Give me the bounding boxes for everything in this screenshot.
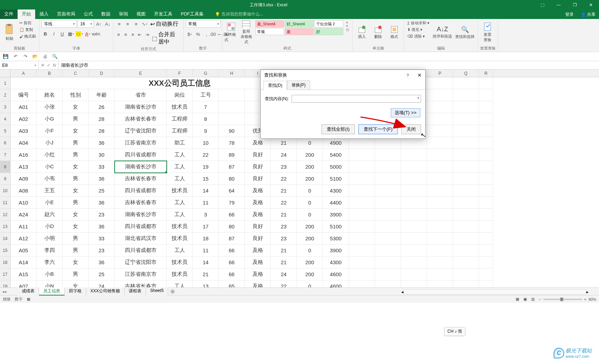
cell[interactable] <box>427 89 453 101</box>
data-cell[interactable]: 14 <box>193 256 219 268</box>
cell[interactable] <box>349 256 375 268</box>
data-cell[interactable]: 吉林省长春市 <box>115 113 167 125</box>
data-cell[interactable]: 21 <box>271 137 297 149</box>
select-all-corner[interactable] <box>0 70 10 77</box>
data-cell[interactable]: 200 <box>297 256 323 268</box>
cell[interactable] <box>375 197 401 209</box>
data-cell[interactable]: 工人 <box>167 245 193 256</box>
col-header-A[interactable]: A <box>11 70 37 77</box>
header-cell[interactable]: 岗位 <box>167 89 193 101</box>
data-cell[interactable]: 李四 <box>37 245 63 256</box>
sheet-tab[interactable]: 课程表 <box>125 287 146 295</box>
data-cell[interactable]: 小明 <box>37 233 63 245</box>
data-cell[interactable]: 吉林省长春市 <box>115 173 167 185</box>
dialog-close-btn[interactable]: 关闭 <box>401 124 421 134</box>
data-cell[interactable]: 0 <box>297 209 323 221</box>
horizontal-scrollbar[interactable]: ◂▸ <box>401 290 588 294</box>
tab-view[interactable]: 视图 <box>132 9 150 19</box>
data-cell[interactable]: 18 <box>193 233 219 245</box>
data-cell[interactable]: 小B <box>37 268 63 280</box>
tab-pdf[interactable]: PDF工具集 <box>177 9 208 19</box>
cell[interactable] <box>401 256 427 268</box>
dialog-help-button[interactable]: ? <box>404 73 411 78</box>
cell[interactable] <box>375 280 401 287</box>
data-cell[interactable]: 25 <box>89 268 115 280</box>
data-cell[interactable]: 28 <box>89 113 115 125</box>
cell[interactable] <box>401 173 427 185</box>
cell[interactable] <box>453 197 479 209</box>
data-cell[interactable]: 64 <box>219 185 245 197</box>
cell[interactable] <box>479 268 493 280</box>
data-cell[interactable]: 辽宁省沈阳市 <box>115 256 167 268</box>
cell[interactable] <box>479 137 493 149</box>
find-what-input[interactable] <box>292 95 421 103</box>
indent-dec-button[interactable]: ⇤ <box>137 31 143 38</box>
data-cell[interactable]: 11 <box>193 197 219 209</box>
header-cell[interactable]: 编号 <box>11 89 37 101</box>
data-cell[interactable]: 女 <box>63 125 89 137</box>
data-cell[interactable]: 87 <box>219 233 245 245</box>
data-cell[interactable]: 36 <box>89 256 115 268</box>
data-cell[interactable]: 22 <box>271 173 297 185</box>
phonetic-button[interactable]: wén <box>92 30 100 38</box>
cell[interactable] <box>479 149 493 161</box>
data-cell[interactable]: 及格 <box>245 280 271 287</box>
cell[interactable] <box>453 125 479 137</box>
row-header-1[interactable]: 1 <box>0 77 10 89</box>
insert-cell-button[interactable]: 插入 <box>355 20 369 45</box>
data-cell[interactable]: 5100 <box>323 173 349 185</box>
underline-button[interactable]: U <box>58 30 66 38</box>
data-cell[interactable]: 小张 <box>37 101 63 113</box>
find-all-button[interactable]: 查找全部(I) <box>321 124 355 134</box>
cell[interactable] <box>479 89 493 101</box>
cell[interactable] <box>453 137 479 149</box>
font-color-button[interactable]: A <box>84 30 91 38</box>
data-cell[interactable]: 吉林省长春市 <box>115 197 167 209</box>
cell[interactable] <box>427 280 453 287</box>
sort-filter-button[interactable]: A↓Z排序和筛选 <box>432 20 453 45</box>
data-cell[interactable]: 技术员 <box>167 268 193 280</box>
data-cell[interactable]: A14 <box>11 256 37 268</box>
data-cell[interactable]: 200 <box>297 161 323 173</box>
font-name-combo[interactable]: 等线 <box>42 20 77 28</box>
data-cell[interactable]: 200 <box>297 268 323 280</box>
align-left-button[interactable]: ≡ <box>115 31 122 38</box>
data-cell[interactable]: 36 <box>89 173 115 185</box>
data-cell[interactable] <box>219 101 245 113</box>
data-cell[interactable]: 4600 <box>323 280 349 287</box>
data-cell[interactable]: 良好 <box>245 161 271 173</box>
data-cell[interactable]: 四川省成都市 <box>115 185 167 197</box>
data-cell[interactable]: 5300 <box>323 233 349 245</box>
header-cell[interactable]: 性别 <box>63 89 89 101</box>
sheet-tab[interactable]: 田字格 <box>65 287 86 295</box>
cell[interactable] <box>349 221 375 233</box>
cell[interactable] <box>375 173 401 185</box>
cell[interactable] <box>349 197 375 209</box>
data-cell[interactable]: 80 <box>219 173 245 185</box>
cell[interactable] <box>349 268 375 280</box>
data-cell[interactable]: A13 <box>11 161 37 173</box>
data-cell[interactable]: 3900 <box>323 245 349 256</box>
data-cell[interactable]: 22 <box>193 149 219 161</box>
row-header-6[interactable]: 6 <box>0 137 10 149</box>
data-cell[interactable]: A11 <box>11 221 37 233</box>
row-header-11[interactable]: 11 <box>0 197 10 209</box>
wrap-text-button[interactable]: ↩ 自动换行 <box>149 20 179 28</box>
data-cell[interactable]: 女 <box>63 185 89 197</box>
row-header-3[interactable]: 3 <box>0 101 10 113</box>
cell[interactable] <box>219 89 245 101</box>
cell[interactable] <box>427 185 453 197</box>
qat-open-icon[interactable]: 📂 <box>32 53 39 60</box>
data-cell[interactable]: 13 <box>193 280 219 287</box>
cell[interactable] <box>401 280 427 287</box>
data-cell[interactable]: 23 <box>89 209 115 221</box>
cell[interactable] <box>349 173 375 185</box>
cell[interactable] <box>401 209 427 221</box>
row-header-8[interactable]: 8 <box>0 161 10 173</box>
tab-data[interactable]: 数据 <box>97 9 115 19</box>
currency-button[interactable]: $ <box>186 30 193 38</box>
data-cell[interactable]: 21 <box>271 185 297 197</box>
cancel-formula-icon[interactable]: ✕ <box>41 63 45 68</box>
shrink-font-button[interactable]: A↓ <box>104 20 111 28</box>
data-cell[interactable]: 女 <box>63 101 89 113</box>
